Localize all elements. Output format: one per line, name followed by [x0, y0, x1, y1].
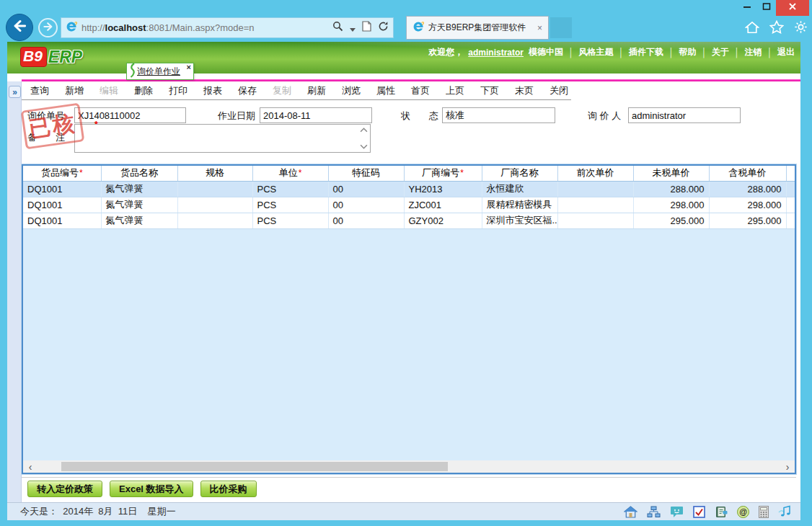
toolbar-button[interactable]: 新增 [65, 84, 84, 97]
cell-vendor-name[interactable]: 深圳市宝安区福... [482, 213, 557, 228]
browser-back-button[interactable] [6, 14, 33, 41]
cell-feature-code[interactable]: 00 [328, 197, 404, 213]
toolbar-button[interactable]: 复制 [273, 84, 291, 97]
page-icon[interactable] [362, 21, 371, 35]
cell-spec[interactable] [177, 213, 252, 228]
browser-forward-button[interactable] [38, 18, 58, 37]
toolbar-button[interactable]: 刷新 [307, 84, 326, 97]
scroll-up-icon[interactable] [360, 128, 368, 133]
scroll-down-icon[interactable] [360, 144, 368, 149]
cell-goods-name[interactable]: 氮气弹簧 [101, 197, 177, 213]
cell-prev-price[interactable] [557, 213, 633, 228]
toolbar-button[interactable]: 末页 [515, 84, 534, 97]
cell-taxed-price[interactable]: 288.000 [709, 181, 786, 197]
column-header[interactable]: 厂商名称* [482, 166, 557, 181]
expand-sidebar-button[interactable]: » [9, 86, 21, 98]
refresh-icon[interactable] [378, 21, 389, 35]
column-header[interactable]: 未税单价* [633, 166, 709, 181]
header-link[interactable]: 模德中国 [529, 46, 563, 58]
chat-icon[interactable] [670, 506, 684, 518]
cell-goods-name[interactable]: 氮气弹簧 [101, 181, 177, 197]
cell-taxed-price[interactable]: 295.000 [709, 213, 786, 228]
toolbar-button[interactable]: 关闭 [550, 84, 568, 97]
cell-vendor-code[interactable]: GZY002 [404, 213, 482, 228]
inquirer-input[interactable] [628, 107, 741, 123]
header-link[interactable]: 关于 [712, 46, 729, 58]
maximize-button[interactable] [756, 0, 776, 16]
cell-pretax-price[interactable]: 298.000 [633, 197, 709, 213]
cell-vendor-name[interactable]: 永恒建欣 [482, 181, 557, 197]
cell-vendor-code[interactable]: ZJC001 [404, 197, 482, 213]
toolbar-button[interactable]: 下页 [480, 84, 499, 97]
footer-button[interactable]: 比价采购 [200, 481, 257, 497]
cell-goods-code[interactable]: DQ1001 [23, 213, 101, 228]
address-book-icon[interactable] [715, 506, 728, 518]
column-header[interactable]: 前次单价* [557, 166, 633, 181]
module-tab-close-icon[interactable]: × [187, 63, 191, 71]
work-date-input[interactable] [260, 107, 372, 123]
cell-goods-code[interactable]: DQ1001 [23, 197, 101, 213]
settings-icon[interactable] [794, 20, 808, 34]
email-at-icon[interactable]: @ [737, 506, 749, 518]
scroll-left-icon[interactable]: ‹ [25, 460, 36, 473]
status-input[interactable] [442, 107, 555, 123]
cell-prev-price[interactable] [557, 181, 633, 197]
cell-goods-code[interactable]: DQ1001 [23, 181, 101, 197]
close-button[interactable] [776, 0, 809, 16]
scroll-right-icon[interactable]: › [782, 460, 793, 473]
toolbar-button[interactable]: 删除 [134, 84, 153, 97]
home-shortcut-icon[interactable] [624, 506, 637, 518]
toolbar-button[interactable]: 上页 [446, 84, 464, 97]
org-chart-icon[interactable] [647, 506, 661, 518]
column-header[interactable]: 货品编号* [23, 166, 101, 181]
minimize-button[interactable] [737, 0, 756, 16]
calculator-icon[interactable] [759, 506, 769, 518]
table-row[interactable]: DQ1001氮气弹簧PCS00GZY002深圳市宝安区福...295.00029… [23, 213, 795, 228]
header-link[interactable]: 帮助 [679, 46, 697, 58]
column-header[interactable]: 单位* [252, 166, 328, 181]
home-icon[interactable] [745, 21, 759, 34]
cell-pretax-price[interactable]: 295.000 [633, 213, 709, 228]
toolbar-button[interactable]: 打印 [169, 84, 187, 97]
task-check-icon[interactable] [693, 506, 705, 518]
column-header[interactable]: 规格* [177, 166, 252, 181]
cell-prev-price[interactable] [557, 197, 633, 213]
module-tab-label[interactable]: 询价单作业 [137, 66, 180, 78]
column-header[interactable]: 特征码* [328, 166, 404, 181]
toolbar-button[interactable]: 报表 [203, 84, 222, 97]
new-tab-button[interactable] [550, 17, 572, 38]
header-link[interactable]: 退出 [777, 46, 795, 58]
order-no-input[interactable] [74, 107, 186, 123]
header-link[interactable]: 注销 [745, 46, 762, 58]
horizontal-scrollbar[interactable]: ‹ › [23, 460, 795, 473]
toolbar-button[interactable]: 属性 [376, 84, 395, 97]
toolbar-button[interactable]: 首页 [411, 84, 430, 97]
cell-pretax-price[interactable]: 288.000 [633, 181, 709, 197]
cell-unit[interactable]: PCS [252, 213, 328, 228]
column-header[interactable]: 厂商编号* [404, 166, 482, 181]
cell-taxed-price[interactable]: 298.000 [709, 197, 786, 213]
scrollbar-thumb[interactable] [61, 462, 448, 471]
cell-unit[interactable]: PCS [252, 197, 328, 213]
cell-vendor-code[interactable]: YH2013 [404, 181, 482, 197]
footer-button[interactable]: 转入定价政策 [27, 481, 102, 497]
table-row[interactable]: DQ1001氮气弹簧PCS00YH2013永恒建欣288.000288.000 [23, 181, 795, 197]
cell-goods-name[interactable]: 氮气弹簧 [101, 213, 177, 228]
url-text[interactable]: http://localhost:8081/Main.aspx?mode=n [81, 22, 332, 33]
music-icon[interactable] [778, 505, 792, 518]
cell-feature-code[interactable]: 00 [328, 213, 404, 228]
search-icon[interactable] [332, 21, 343, 35]
toolbar-button[interactable]: 浏览 [342, 84, 361, 97]
column-header[interactable]: 货品名称* [101, 166, 177, 181]
header-link[interactable]: 风格主题 [579, 46, 614, 58]
caret-down-icon[interactable] [350, 22, 356, 35]
toolbar-button[interactable]: 编辑 [100, 84, 118, 97]
username-link[interactable]: administrator [468, 48, 524, 58]
cell-vendor-name[interactable]: 展精程精密模具 [482, 197, 557, 213]
toolbar-button[interactable]: 查询 [30, 84, 49, 97]
browser-tab[interactable]: 方天B9ERP集团管理软件 × [406, 16, 549, 40]
address-bar[interactable]: http://localhost:8081/Main.aspx?mode=n [61, 17, 394, 38]
remark-textarea[interactable] [74, 124, 371, 153]
cell-feature-code[interactable]: 00 [328, 181, 404, 197]
footer-button[interactable]: Excel 数据导入 [110, 481, 193, 497]
